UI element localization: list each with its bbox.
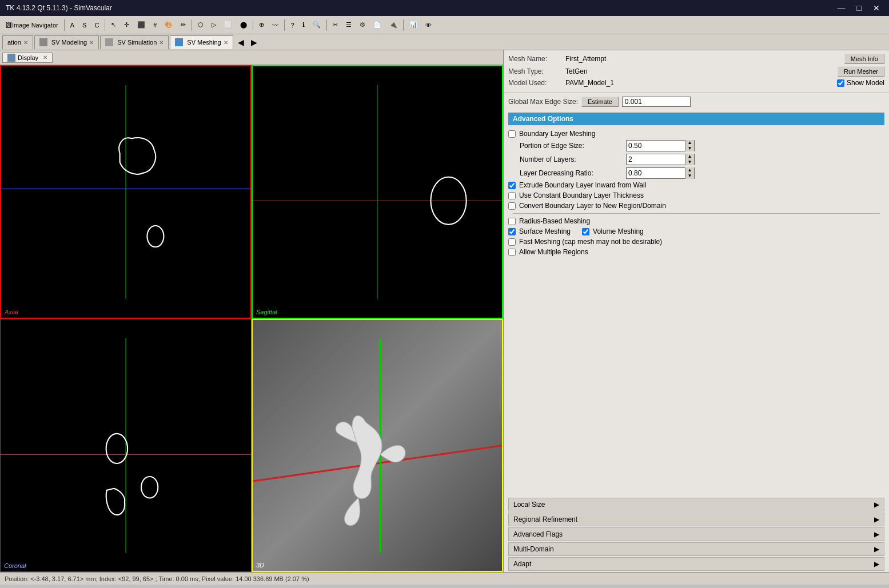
sphere-icon: ⬤ — [240, 21, 247, 29]
show-model-checkbox[interactable] — [837, 79, 844, 87]
image-navigator-button[interactable]: 🖼 Image Navigator — [2, 18, 62, 33]
regional-refinement-header[interactable]: Regional Refinement ▶ — [509, 513, 884, 526]
move-icon: ✛ — [124, 21, 129, 29]
viewport-axial[interactable]: Axial — [0, 65, 252, 319]
mesh-type-value: TetGen — [565, 67, 838, 75]
arrow-tool-button[interactable]: ↖ — [107, 18, 119, 33]
toolbar-sep-3 — [192, 19, 192, 31]
use-constant-row: Use Constant Boundary Layer Thickness — [508, 191, 884, 199]
layer-dec-down[interactable]: ▼ — [685, 173, 694, 179]
num-layers-label: Number of Layers: — [520, 155, 623, 163]
layer-dec-input[interactable] — [627, 169, 685, 178]
minimize-button[interactable]: — — [834, 2, 849, 14]
tab-nav-left[interactable]: ◀ — [234, 37, 248, 48]
close-button[interactable]: ✕ — [870, 2, 883, 14]
layer-dec-spinbox[interactable]: ▲ ▼ — [626, 167, 695, 179]
portion-edge-up[interactable]: ▲ — [685, 140, 694, 146]
num-layers-down[interactable]: ▼ — [685, 159, 694, 165]
fast-meshing-row: Fast Meshing (cap mesh may not be desira… — [508, 238, 884, 246]
spacer — [504, 261, 889, 497]
edit-button[interactable]: ✂ — [329, 18, 341, 33]
eye-button[interactable]: 👁 — [422, 18, 435, 33]
model-used-value: PAVM_Model_1 — [565, 79, 837, 87]
box-tool-button[interactable]: ⬛ — [134, 18, 149, 33]
regional-refinement-section: Regional Refinement ▶ — [508, 513, 884, 526]
allow-multiple-label: Allow Multiple Regions — [519, 248, 588, 256]
volume-meshing-label: Volume Meshing — [593, 227, 644, 235]
portion-edge-down[interactable]: ▼ — [685, 146, 694, 151]
tab-ation[interactable]: ation ✕ — [2, 35, 33, 49]
toolbar: 🖼 Image Navigator A S C ↖ ✛ ⬛ # 🎨 ✏ ⬡ ▷ … — [0, 16, 889, 34]
estimate-button[interactable]: Estimate — [581, 97, 619, 107]
plugin-button[interactable]: 🔌 — [386, 18, 401, 33]
viewport-coronal[interactable]: Coronal — [0, 319, 252, 573]
svg-point-8 — [106, 433, 128, 463]
viewport-3d[interactable]: 3D — [252, 319, 503, 573]
layer-dec-up[interactable]: ▲ — [685, 167, 694, 173]
edge-size-input[interactable] — [622, 97, 691, 107]
info-button[interactable]: ℹ — [299, 18, 308, 33]
maximize-button[interactable]: □ — [854, 2, 865, 14]
tab-sv-meshing-close[interactable]: ✕ — [224, 39, 228, 46]
main-container: ation ✕ SV Modeling ✕ SV Simulation ✕ SV… — [0, 34, 889, 572]
help-button[interactable]: ? — [287, 18, 297, 33]
num-layers-spinbox[interactable]: ▲ ▼ — [626, 154, 695, 165]
paint-tool-button[interactable]: 🎨 — [161, 18, 176, 33]
tab-sv-simulation-close[interactable]: ✕ — [159, 39, 164, 46]
svg-point-9 — [141, 476, 158, 498]
allow-multiple-checkbox[interactable] — [508, 249, 516, 256]
portion-edge-input[interactable] — [627, 141, 685, 150]
convert-boundary-checkbox[interactable] — [508, 202, 516, 210]
fast-meshing-checkbox[interactable] — [508, 238, 516, 246]
toolbar-c-button[interactable]: C — [91, 18, 102, 33]
sphere-tool-button[interactable]: ⬤ — [237, 18, 250, 33]
tab-sv-meshing[interactable]: SV Meshing ✕ — [170, 35, 233, 49]
help-icon: ? — [290, 22, 294, 29]
grid-tool-button[interactable]: # — [150, 18, 160, 33]
num-layers-input[interactable] — [627, 155, 685, 164]
run-mesher-button[interactable]: Run Mesher — [838, 66, 884, 77]
display-tab[interactable]: Display ✕ — [2, 53, 53, 63]
toolbar-a-button[interactable]: A — [67, 18, 78, 33]
tab-sv-simulation[interactable]: SV Simulation ✕ — [100, 35, 169, 49]
path-icon: 〰 — [272, 22, 278, 29]
doc-button[interactable]: 📄 — [370, 18, 385, 33]
tab-sv-modeling[interactable]: SV Modeling ✕ — [34, 35, 99, 49]
advanced-options-header[interactable]: Advanced Options — [508, 113, 884, 125]
mesh-info-button[interactable]: Mesh Info — [844, 54, 884, 64]
tab-sv-meshing-label: SV Meshing — [187, 39, 221, 46]
display-tab-bar: Display ✕ — [0, 50, 503, 65]
tab-nav-right[interactable]: ▶ — [248, 37, 261, 48]
path-tool-button[interactable]: 〰 — [269, 18, 282, 33]
layer-dec-label: Layer Decreasing Ratio: — [520, 169, 623, 177]
regional-refinement-chevron: ▶ — [874, 515, 879, 523]
search-button[interactable]: 🔍 — [309, 18, 324, 33]
chart-button[interactable]: 📊 — [406, 18, 421, 33]
polygon-tool-button[interactable]: ⬡ — [194, 18, 207, 33]
use-constant-checkbox[interactable] — [508, 192, 516, 199]
tab-ation-close[interactable]: ✕ — [23, 39, 28, 46]
tab-sv-modeling-close[interactable]: ✕ — [89, 39, 94, 46]
volume-meshing-checkbox[interactable] — [582, 228, 589, 235]
seg-tool-button[interactable]: ⊕ — [256, 18, 268, 33]
portion-edge-spinbox[interactable]: ▲ ▼ — [626, 140, 695, 151]
cube-tool-button[interactable]: ⬜ — [221, 18, 236, 33]
sagittal-label: Sagittal — [256, 309, 277, 315]
local-size-header[interactable]: Local Size ▶ — [509, 498, 884, 511]
viewport-sagittal[interactable]: Sagittal — [252, 65, 503, 319]
radius-based-checkbox[interactable] — [508, 218, 516, 225]
multi-domain-header[interactable]: Multi-Domain ▶ — [509, 543, 884, 555]
advanced-flags-header[interactable]: Advanced Flags ▶ — [509, 528, 884, 541]
pencil-tool-button[interactable]: ✏ — [177, 18, 189, 33]
settings-button[interactable]: ⚙ — [356, 18, 369, 33]
surface-meshing-checkbox[interactable] — [508, 228, 516, 235]
adapt-header[interactable]: Adapt ▶ — [509, 558, 884, 570]
display-tab-close[interactable]: ✕ — [43, 54, 47, 61]
move-tool-button[interactable]: ✛ — [121, 18, 133, 33]
toolbar-s-button[interactable]: S — [79, 18, 90, 33]
extrude-boundary-checkbox[interactable] — [508, 182, 516, 189]
boundary-layer-checkbox[interactable] — [508, 130, 516, 138]
poly2-tool-button[interactable]: ▷ — [208, 18, 220, 33]
num-layers-up[interactable]: ▲ — [685, 154, 694, 159]
list-button[interactable]: ☰ — [342, 18, 355, 33]
